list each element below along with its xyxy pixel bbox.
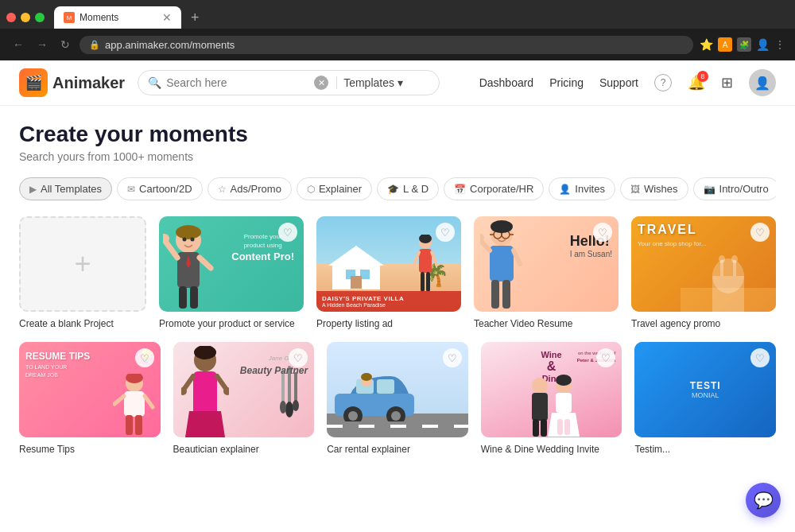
car-label: Car rental explainer (327, 444, 468, 455)
bookmark-icon[interactable]: ⭐ (700, 38, 713, 51)
extension-icon-1[interactable]: A (718, 37, 732, 52)
beauty-thumb: Jane Gillmore Beauty Partner ♡ (173, 342, 315, 437)
nav-pricing[interactable]: Pricing (549, 76, 584, 89)
svg-rect-30 (490, 246, 514, 282)
nav-support[interactable]: Support (599, 76, 638, 89)
property-heart-button[interactable]: ♡ (436, 223, 455, 242)
svg-line-33 (514, 250, 520, 264)
beauty-heart-button[interactable]: ♡ (289, 348, 308, 367)
blank-thumb: + (19, 216, 146, 312)
extension-puzzle-icon[interactable]: 🧩 (737, 37, 751, 52)
maximize-button[interactable] (35, 13, 45, 22)
logo[interactable]: 🎬 Animaker (19, 68, 125, 97)
profile-icon[interactable]: 👤 (756, 38, 770, 51)
template-card-travel[interactable]: TRAVEL Your one stop shop for... (631, 216, 776, 329)
template-card-wine[interactable]: Wine & Dine (481, 342, 622, 455)
url-text: app.animaker.com/moments (105, 39, 235, 51)
forward-button[interactable]: → (33, 37, 51, 52)
svg-rect-48 (126, 415, 133, 435)
svg-rect-76 (533, 419, 539, 437)
car-heart-button[interactable]: ♡ (443, 348, 462, 367)
svg-point-41 (719, 255, 725, 263)
cat-tab-intro[interactable]: 📷 Intro/Outro (693, 177, 776, 200)
main-content: Create your moments Search yours from 10… (0, 106, 795, 532)
property-thumb: 🌴 (316, 216, 461, 312)
template-card-teacher[interactable]: Hello! I am Susan! ♡ Teacher Video Resum… (474, 216, 619, 329)
svg-point-42 (731, 255, 738, 263)
svg-line-46 (114, 396, 124, 404)
travel-heart-button[interactable]: ♡ (750, 223, 770, 242)
cat-tab-corporate[interactable]: 📅 Corporate/HR (444, 177, 544, 200)
template-card-property[interactable]: 🌴 (316, 216, 461, 329)
teacher-label: Teacher Video Resume (474, 318, 619, 329)
template-card-car[interactable]: ♡ Car rental explainer (327, 342, 468, 455)
template-card-testimonial[interactable]: TESTI MONIAL ♡ Testim... (634, 342, 776, 455)
lock-icon: 🔒 (89, 40, 100, 50)
svg-line-55 (184, 376, 193, 390)
wedding-couple (520, 374, 584, 437)
resume-heart-button[interactable]: ♡ (135, 348, 154, 367)
svg-rect-80 (556, 393, 572, 413)
template-dropdown[interactable]: Templates ▾ (336, 76, 403, 89)
grid-icon[interactable]: ⊞ (721, 74, 733, 91)
nav-dashboard[interactable]: Dashboard (479, 76, 534, 89)
svg-marker-81 (548, 413, 580, 437)
category-tabs: ▶ All Templates ✉ Cartoon/2D ☆ Ads/Promo… (19, 177, 776, 200)
svg-marker-54 (185, 411, 225, 437)
cat-tab-all[interactable]: ▶ All Templates (19, 177, 112, 200)
cat-tab-cartoon[interactable]: ✉ Cartoon/2D (117, 177, 202, 200)
cat-tab-ads[interactable]: ☆ Ads/Promo (207, 177, 292, 200)
svg-line-47 (145, 396, 153, 407)
svg-rect-82 (557, 419, 563, 435)
search-clear-button[interactable]: ✕ (314, 76, 328, 90)
browser-chrome: M Moments ✕ + ← → ↻ 🔒 app.animaker.com/m… (0, 0, 795, 60)
template-card-blank[interactable]: + Create a blank Project (19, 216, 146, 329)
active-tab[interactable]: M Moments ✕ (54, 6, 181, 29)
tab-close-button[interactable]: ✕ (162, 11, 172, 24)
travel-thumb: TRAVEL Your one stop shop for... (631, 216, 776, 312)
svg-point-62 (280, 401, 286, 414)
testi-heart-button[interactable]: ♡ (750, 348, 770, 367)
svg-rect-75 (532, 393, 548, 421)
cat-tab-explainer[interactable]: ⬡ Explainer (297, 177, 372, 200)
cat-tab-ld[interactable]: 🎓 L & D (377, 177, 439, 200)
back-button[interactable]: ← (10, 37, 27, 52)
svg-line-20 (432, 252, 437, 266)
template-grid-row2: RESUME TIPS TO LAND YOUR DREAM JOB 💡 (19, 342, 776, 455)
svg-marker-11 (328, 246, 384, 266)
wine-thumb: Wine & Dine (481, 342, 622, 437)
notification-bell[interactable]: 🔔 8 (688, 74, 705, 91)
logo-icon: 🎬 (19, 68, 48, 97)
resume-thumb: RESUME TIPS TO LAND YOUR DREAM JOB 💡 (19, 342, 161, 437)
svg-rect-67 (377, 379, 394, 394)
plus-icon: + (74, 247, 91, 281)
search-bar: 🔍 ✕ Templates ▾ (138, 70, 440, 95)
svg-rect-18 (419, 249, 432, 273)
close-button[interactable] (6, 13, 16, 22)
property-house-svg (328, 246, 384, 289)
teacher-heart-button[interactable]: ♡ (593, 223, 612, 242)
help-button[interactable]: ? (654, 74, 672, 91)
avatar[interactable]: 👤 (749, 69, 776, 96)
search-input[interactable] (166, 76, 309, 89)
refresh-button[interactable]: ↻ (57, 37, 73, 52)
menu-icon[interactable]: ⋮ (774, 38, 785, 51)
travel-label: Travel agency promo (631, 318, 776, 329)
chat-bubble-button[interactable]: 💬 (746, 483, 781, 518)
property-character (413, 235, 437, 294)
svg-line-31 (480, 240, 490, 250)
template-card-promote[interactable]: Promote your product using Content Pro! … (159, 216, 304, 329)
notification-badge: 8 (697, 71, 708, 82)
template-card-resume[interactable]: RESUME TIPS TO LAND YOUR DREAM JOB 💡 (19, 342, 161, 455)
url-bar[interactable]: 🔒 app.animaker.com/moments (80, 36, 693, 54)
cat-tab-invites[interactable]: 👤 Invites (549, 177, 615, 200)
minimize-button[interactable] (21, 13, 30, 22)
new-tab-button[interactable]: + (184, 10, 206, 26)
promote-heart-button[interactable]: ♡ (278, 223, 297, 242)
tab-title: Moments (80, 12, 118, 23)
template-grid-row1: + Create a blank Project (19, 216, 776, 329)
svg-point-74 (532, 378, 548, 394)
page-subtitle: Search yours from 1000+ moments (19, 150, 776, 163)
cat-tab-wishes[interactable]: 🖼 Wishes (620, 177, 688, 200)
template-card-beauty[interactable]: Jane Gillmore Beauty Partner ♡ Beauticia… (173, 342, 315, 455)
